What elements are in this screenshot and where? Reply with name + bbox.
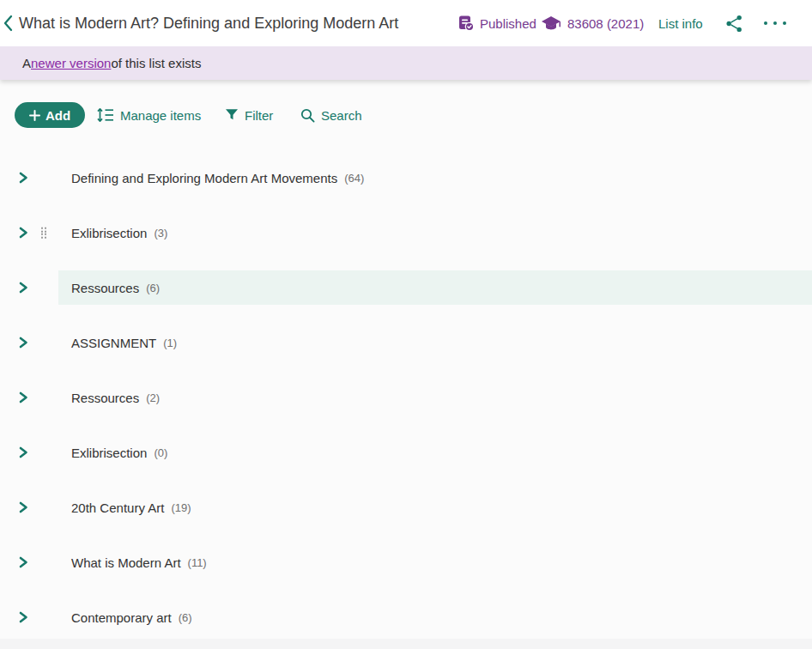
chevron-right-icon[interactable] bbox=[17, 227, 29, 240]
section-item-count: (6) bbox=[179, 611, 192, 624]
list-info-button[interactable]: List info bbox=[658, 0, 703, 46]
section-row[interactable]: Exlibrisection (0) bbox=[0, 435, 812, 470]
section-item-count: (64) bbox=[344, 172, 364, 185]
section-title[interactable]: 20th Century Art bbox=[71, 500, 164, 515]
section-row[interactable]: ASSIGNMENT (1) bbox=[0, 325, 812, 360]
filter-icon bbox=[225, 108, 239, 122]
section-row[interactable]: Defining and Exploring Modern Art Moveme… bbox=[0, 161, 812, 195]
publish-status-badge: Published bbox=[458, 0, 536, 46]
section-title[interactable]: Defining and Exploring Modern Art Moveme… bbox=[71, 171, 337, 185]
back-button[interactable] bbox=[2, 0, 15, 46]
manage-items-button[interactable]: Manage items bbox=[97, 102, 201, 128]
chevron-right-icon[interactable] bbox=[17, 556, 29, 569]
chevron-right-icon[interactable] bbox=[17, 172, 29, 185]
search-button[interactable]: Search bbox=[300, 102, 362, 128]
section-title[interactable]: Contemporary art bbox=[71, 610, 172, 625]
section-title[interactable]: What is Modern Art bbox=[71, 555, 181, 570]
section-row[interactable]: 20th Century Art (19) bbox=[0, 490, 812, 525]
section-row[interactable]: Ressources (2) bbox=[0, 380, 812, 415]
course-association[interactable]: 83608 (2021) bbox=[541, 0, 644, 46]
section-item-count: (1) bbox=[163, 337, 177, 349]
section-item-count: (0) bbox=[154, 446, 167, 459]
row-highlight bbox=[58, 270, 812, 305]
section-item-count: (6) bbox=[146, 282, 160, 294]
chevron-right-icon[interactable] bbox=[17, 337, 29, 349]
section-title[interactable]: ASSIGNMENT bbox=[71, 336, 156, 350]
more-options-icon bbox=[764, 21, 767, 25]
row-highlight bbox=[58, 435, 812, 470]
section-title[interactable]: Exlibrisection bbox=[71, 446, 147, 460]
add-button-label: Add bbox=[45, 108, 70, 123]
chevron-left-icon bbox=[2, 14, 15, 33]
search-label: Search bbox=[321, 108, 362, 123]
plus-icon bbox=[29, 110, 40, 121]
graduation-cap-icon bbox=[541, 15, 561, 32]
search-icon bbox=[300, 108, 315, 123]
chevron-right-icon[interactable] bbox=[17, 446, 29, 459]
section-title[interactable]: Ressources bbox=[71, 391, 139, 405]
newer-version-link[interactable]: newer version bbox=[31, 56, 111, 70]
section-row[interactable]: Ressources (6) bbox=[0, 270, 812, 305]
newer-version-banner: A newer version of this list exists bbox=[0, 46, 812, 80]
course-code: 83608 (2021) bbox=[567, 16, 644, 31]
page-title: What is Modern Art? Defining and Explori… bbox=[19, 0, 398, 46]
section-row[interactable]: What is Modern Art (11) bbox=[0, 545, 812, 579]
section-item-count: (3) bbox=[154, 227, 167, 240]
row-highlight bbox=[58, 215, 812, 250]
chevron-right-icon[interactable] bbox=[17, 391, 29, 404]
section-item-count: (2) bbox=[146, 391, 160, 404]
manage-items-label: Manage items bbox=[120, 108, 201, 123]
share-icon bbox=[725, 15, 743, 33]
add-button[interactable]: Add bbox=[15, 102, 85, 128]
chevron-right-icon[interactable] bbox=[17, 611, 29, 624]
header: What is Modern Art? Defining and Explori… bbox=[0, 0, 812, 46]
section-item-count: (11) bbox=[188, 556, 207, 569]
drag-handle-icon[interactable] bbox=[41, 227, 46, 239]
more-options-button[interactable] bbox=[764, 0, 786, 46]
reading-list-page: { "colors": { "teal": "#17796a", "teal_b… bbox=[0, 0, 812, 649]
section-row[interactable]: Contemporary art (6) bbox=[0, 600, 812, 634]
manage-items-icon bbox=[97, 107, 114, 123]
document-check-icon bbox=[458, 15, 474, 31]
publish-status-label: Published bbox=[480, 16, 536, 31]
chevron-right-icon[interactable] bbox=[17, 501, 29, 514]
section-item-count: (19) bbox=[171, 501, 191, 514]
banner-text-suffix: of this list exists bbox=[111, 56, 201, 70]
section-title[interactable]: Exlibrisection bbox=[71, 226, 147, 240]
partial-row-bottom bbox=[0, 639, 812, 649]
chevron-right-icon[interactable] bbox=[17, 282, 29, 294]
share-button[interactable] bbox=[725, 0, 743, 46]
banner-text-prefix: A bbox=[22, 56, 31, 70]
section-row[interactable]: Exlibrisection (3) bbox=[0, 215, 812, 250]
filter-button[interactable]: Filter bbox=[225, 102, 273, 128]
filter-label: Filter bbox=[245, 108, 273, 123]
row-highlight bbox=[58, 380, 812, 415]
section-title[interactable]: Ressources bbox=[71, 281, 139, 295]
